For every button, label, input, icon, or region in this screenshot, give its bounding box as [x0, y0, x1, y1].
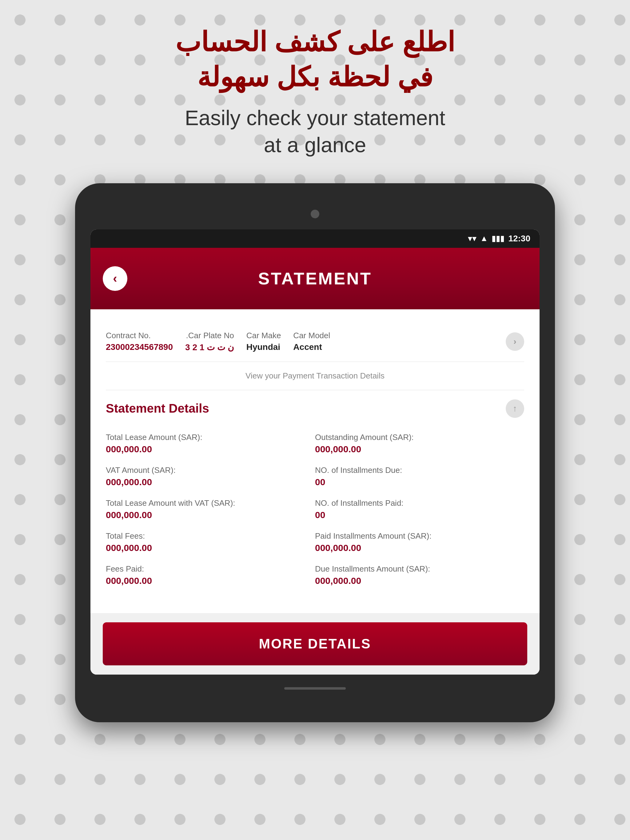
- installments-due-label: NO. of Installments Due:: [315, 466, 524, 475]
- outstanding-amount-label: Outstanding Amount (SAR):: [315, 433, 524, 442]
- car-plate-label: Car Plate No.: [185, 331, 234, 340]
- details-grid: Total Lease Amount (SAR): 000,000.00 Out…: [106, 427, 524, 592]
- status-bar: ▾▾ ▲ ▮▮▮ 12:30: [90, 229, 540, 248]
- paid-installments-amount-field: Paid Installments Amount (SAR): 000,000.…: [315, 526, 524, 559]
- total-lease-amount-field: Total Lease Amount (SAR): 000,000.00: [106, 427, 315, 460]
- fees-paid-field: Fees Paid: 000,000.00: [106, 559, 315, 592]
- fees-paid-label: Fees Paid:: [106, 564, 315, 574]
- due-installments-amount-value: 000,000.00: [315, 576, 524, 586]
- contract-number-field: Contract No. 23000234567890: [106, 331, 173, 352]
- total-fees-label: Total Fees:: [106, 531, 315, 541]
- back-button[interactable]: ‹: [103, 266, 127, 291]
- statement-details-title: Statement Details: [106, 401, 209, 415]
- back-arrow-icon: ‹: [113, 272, 117, 285]
- car-model-field: Car Model Accent: [293, 331, 330, 352]
- outstanding-amount-field: Outstanding Amount (SAR): 000,000.00: [315, 427, 524, 460]
- vat-amount-label: VAT Amount (SAR):: [106, 466, 315, 475]
- car-make-value: Hyundai: [246, 342, 281, 352]
- total-fees-value: 000,000.00: [106, 543, 315, 553]
- home-bar-indicator: [284, 687, 346, 690]
- paid-installments-amount-label: Paid Installments Amount (SAR):: [315, 531, 524, 541]
- vat-amount-field: VAT Amount (SAR): 000,000.00: [106, 460, 315, 493]
- battery-icon: ▮▮▮: [492, 234, 505, 243]
- installments-due-value: 00: [315, 477, 524, 487]
- installments-paid-label: NO. of Installments Paid:: [315, 498, 524, 508]
- arabic-title: اطلع على كشف الحساب في لحظة بكل سهولة: [175, 25, 454, 95]
- wifi-icon: ▾▾: [468, 234, 476, 243]
- car-make-label: Car Make: [246, 331, 281, 340]
- installments-paid-field: NO. of Installments Paid: 00: [315, 493, 524, 526]
- next-arrow-icon: ›: [513, 337, 516, 346]
- more-details-button[interactable]: MORE DETAILS: [103, 622, 527, 665]
- screen-title: STATEMENT: [258, 268, 372, 288]
- car-plate-field: Car Plate No. ن ت ت 1 2 3: [185, 331, 234, 352]
- up-button[interactable]: ↑: [506, 399, 524, 418]
- vat-amount-value: 000,000.00: [106, 477, 315, 487]
- contract-number-value: 23000234567890: [106, 342, 173, 352]
- total-lease-vat-value: 000,000.00: [106, 510, 315, 520]
- next-button[interactable]: ›: [506, 332, 524, 351]
- installments-paid-value: 00: [315, 510, 524, 520]
- statement-details-header: Statement Details ↑: [106, 399, 524, 418]
- car-plate-value: ن ت ت 1 2 3: [185, 342, 234, 352]
- tablet-bottom-bar: [90, 679, 540, 698]
- due-installments-amount-label: Due Installments Amount (SAR):: [315, 564, 524, 574]
- car-model-value: Accent: [293, 342, 330, 352]
- status-time: 12:30: [508, 234, 530, 243]
- status-icons: ▾▾ ▲ ▮▮▮ 12:30: [468, 234, 530, 243]
- paid-installments-amount-value: 000,000.00: [315, 543, 524, 553]
- total-lease-vat-field: Total Lease Amount with VAT (SAR): 000,0…: [106, 493, 315, 526]
- app-content: Contract No. 23000234567890 Car Plate No…: [90, 309, 540, 613]
- tablet-top-bar: [90, 202, 540, 226]
- more-details-section: MORE DETAILS: [90, 613, 540, 674]
- signal-icon: ▲: [480, 234, 488, 243]
- fees-paid-value: 000,000.00: [106, 576, 315, 586]
- due-installments-amount-field: Due Installments Amount (SAR): 000,000.0…: [315, 559, 524, 592]
- tablet-device: ▾▾ ▲ ▮▮▮ 12:30 ‹ STATEMENT Contract No.: [75, 183, 555, 722]
- payment-transaction-text: View your Payment Transaction Details: [106, 362, 524, 390]
- up-arrow-icon: ↑: [513, 404, 517, 414]
- english-subtitle: Easily check your statement at a glance: [185, 104, 445, 159]
- total-lease-amount-label: Total Lease Amount (SAR):: [106, 433, 315, 442]
- tablet-camera: [311, 210, 319, 218]
- contract-number-label: Contract No.: [106, 331, 173, 340]
- installments-due-field: NO. of Installments Due: 00: [315, 460, 524, 493]
- statement-details-section: Statement Details ↑ Total Lease Amount (…: [106, 390, 524, 601]
- outstanding-amount-value: 000,000.00: [315, 444, 524, 455]
- page-container: اطلع على كشف الحساب في لحظة بكل سهولة Ea…: [0, 0, 630, 840]
- app-header: ‹ STATEMENT: [90, 248, 540, 309]
- tablet-screen: ▾▾ ▲ ▮▮▮ 12:30 ‹ STATEMENT Contract No.: [90, 229, 540, 674]
- total-lease-vat-label: Total Lease Amount with VAT (SAR):: [106, 498, 315, 508]
- total-fees-field: Total Fees: 000,000.00: [106, 526, 315, 559]
- car-make-field: Car Make Hyundai: [246, 331, 281, 352]
- total-lease-amount-value: 000,000.00: [106, 444, 315, 455]
- car-model-label: Car Model: [293, 331, 330, 340]
- contract-info-row: Contract No. 23000234567890 Car Plate No…: [106, 322, 524, 362]
